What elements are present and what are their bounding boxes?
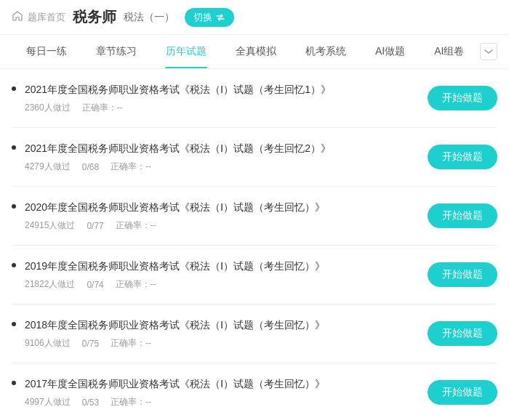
exam-content: 2019年度全国税务师职业资格考试《税法（Ⅰ）试题（考生回忆）》 21822人做… <box>25 259 419 291</box>
exam-item: 2017年度全国税务师职业资格考试《税法（Ⅰ）试题（考生回忆）》 4997人做过… <box>12 363 497 420</box>
exam-accuracy: 正确率：-- <box>116 219 156 232</box>
header: 题库首页 税务师 税法（一） 切换 <box>0 0 509 35</box>
exam-item: 2018年度全国税务师职业资格考试《税法（Ⅰ）试题（考生回忆）》 9106人做过… <box>12 304 497 363</box>
home-icon[interactable] <box>12 10 23 25</box>
exam-people: 9106人做过 <box>25 337 71 350</box>
exam-people: 21822人做过 <box>25 278 75 291</box>
exam-accuracy: 正确率：-- <box>111 396 151 408</box>
exam-people: 24915人做过 <box>25 219 75 232</box>
exam-content: 2020年度全国税务师职业资格考试《税法（Ⅰ）试题（考生回忆）》 24915人做… <box>25 200 419 232</box>
exam-meta: 21822人做过 0/74 正确率：-- <box>25 278 419 291</box>
exam-title: 2020年度全国税务师职业资格考试《税法（Ⅰ）试题（考生回忆）》 <box>25 200 419 215</box>
exam-progress: 0/68 <box>82 162 99 172</box>
exam-meta: 4997人做过 0/53 正确率：-- <box>25 396 419 408</box>
exam-people: 2360人做过 <box>25 102 71 114</box>
exam-accuracy: 正确率：-- <box>116 278 156 291</box>
exam-dot <box>12 145 16 150</box>
exam-dot <box>12 204 16 209</box>
nav-tabs: 每日一练 章节练习 历年试题 全真模拟 机考系统 AI做题 AI组卷 <box>0 35 509 69</box>
exam-title: 2018年度全国税务师职业资格考试《税法（Ⅰ）试题（考生回忆）》 <box>25 318 419 333</box>
exam-content: 2017年度全国税务师职业资格考试《税法（Ⅰ）试题（考生回忆）》 4997人做过… <box>25 376 419 408</box>
start-exam-button[interactable]: 开始做题 <box>428 86 497 110</box>
exam-people: 4997人做过 <box>25 396 71 408</box>
start-exam-button[interactable]: 开始做题 <box>428 145 497 169</box>
exam-progress: 0/53 <box>82 397 99 408</box>
more-button[interactable] <box>480 43 497 60</box>
exam-content: 2018年度全国税务师职业资格考试《税法（Ⅰ）试题（考生回忆）》 9106人做过… <box>25 318 419 350</box>
exam-title: 2021年度全国税务师职业资格考试《税法（Ⅰ）试题（考生回忆2）》 <box>25 141 419 156</box>
switch-button[interactable]: 切换 <box>185 8 234 27</box>
tab-full[interactable]: 全真模拟 <box>221 35 291 68</box>
exam-item: 2021年度全国税务师职业资格考试《税法（Ⅰ）试题（考生回忆1）》 2360人做… <box>12 69 497 128</box>
exam-dot <box>12 381 16 385</box>
exam-meta: 2360人做过 正确率：-- <box>25 102 419 114</box>
start-exam-button[interactable]: 开始做题 <box>428 203 497 228</box>
tab-ai[interactable]: AI做题 <box>361 35 420 68</box>
tab-history[interactable]: 历年试题 <box>151 35 221 68</box>
exam-item: 2020年度全国税务师职业资格考试《税法（Ⅰ）试题（考生回忆）》 24915人做… <box>12 187 497 246</box>
exam-content: 2021年度全国税务师职业资格考试《税法（Ⅰ）试题（考生回忆2）》 4279人做… <box>25 141 419 173</box>
exam-progress: 0/77 <box>87 221 103 231</box>
start-exam-button[interactable]: 开始做题 <box>428 262 497 287</box>
exam-dot <box>12 263 16 267</box>
exam-meta: 4279人做过 0/68 正确率：-- <box>25 161 419 173</box>
exam-accuracy: 正确率：-- <box>111 161 151 173</box>
tab-daily[interactable]: 每日一练 <box>12 35 81 68</box>
start-exam-button[interactable]: 开始做题 <box>428 380 497 405</box>
breadcrumb-text[interactable]: 题库首页 <box>28 11 65 24</box>
exam-accuracy: 正确率：-- <box>111 337 151 350</box>
tab-ai-set[interactable]: AI组卷 <box>420 35 478 68</box>
exam-progress: 0/74 <box>87 280 103 290</box>
exam-accuracy: 正确率：-- <box>82 102 123 114</box>
exam-dot <box>12 86 16 91</box>
exam-meta: 9106人做过 0/75 正确率：-- <box>25 337 419 350</box>
start-exam-button[interactable]: 开始做题 <box>428 321 497 346</box>
exam-title: 2021年度全国税务师职业资格考试《税法（Ⅰ）试题（考生回忆1）》 <box>25 82 419 97</box>
tab-chapter[interactable]: 章节练习 <box>81 35 151 68</box>
exam-item: 2021年度全国税务师职业资格考试《税法（Ⅰ）试题（考生回忆2）》 4279人做… <box>12 128 497 187</box>
exam-title: 2017年度全国税务师职业资格考试《税法（Ⅰ）试题（考生回忆）》 <box>25 376 419 392</box>
exam-item: 2019年度全国税务师职业资格考试《税法（Ⅰ）试题（考生回忆）》 21822人做… <box>12 246 497 304</box>
exam-dot <box>12 322 16 326</box>
exam-list: 2021年度全国税务师职业资格考试《税法（Ⅰ）试题（考生回忆1）》 2360人做… <box>0 69 509 420</box>
exam-title: 2019年度全国税务师职业资格考试《税法（Ⅰ）试题（考生回忆）》 <box>25 259 419 274</box>
header-subtitle: 税法（一） <box>124 11 175 24</box>
exam-meta: 24915人做过 0/77 正确率：-- <box>25 219 419 232</box>
exam-progress: 0/75 <box>82 339 99 349</box>
exam-people: 4279人做过 <box>25 161 71 173</box>
header-title: 税务师 <box>73 7 116 27</box>
tab-exam[interactable]: 机考系统 <box>291 35 361 68</box>
exam-content: 2021年度全国税务师职业资格考试《税法（Ⅰ）试题（考生回忆1）》 2360人做… <box>25 82 419 114</box>
